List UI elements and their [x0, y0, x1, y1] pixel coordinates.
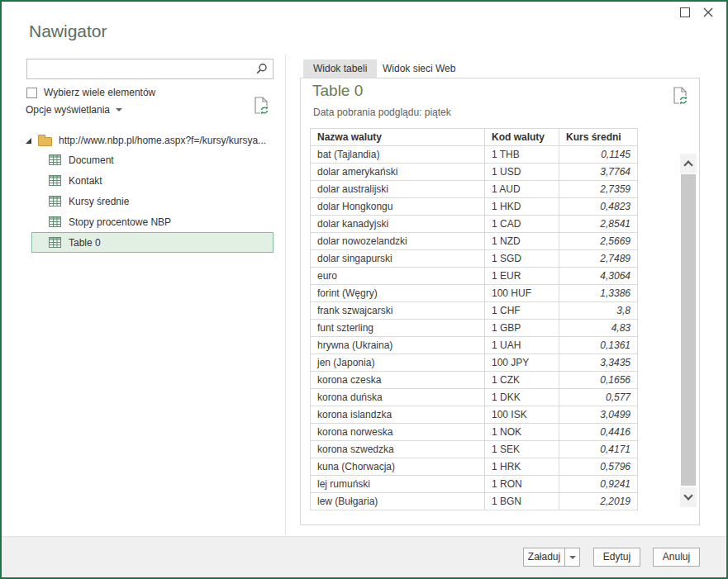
scrollbar-thumb[interactable]	[681, 174, 696, 486]
column-header-currency-code: Kod waluty	[485, 129, 559, 146]
refresh-preview-icon[interactable]	[253, 96, 269, 119]
display-options-dropdown[interactable]: Opcje wyświetlania	[26, 104, 122, 116]
table-row[interactable]: lej rumuński 1 RON 0,9241	[311, 476, 638, 493]
chevron-down-icon	[116, 108, 122, 112]
tree-item[interactable]: Kontakt	[31, 170, 274, 191]
table-icon	[49, 154, 61, 165]
preview-title: Table 0	[312, 82, 363, 100]
cell-currency-name: euro	[311, 268, 485, 285]
tree-root-label: http://www.nbp.pl/home.aspx?f=/kursy/kur…	[59, 135, 266, 146]
select-multiple-label: Wybierz wiele elementów	[44, 87, 155, 98]
tree-item[interactable]: Stopy procentowe NBP	[31, 211, 274, 232]
cell-currency-name: dolar nowozelandzki	[311, 233, 485, 250]
table-row[interactable]: korona islandzka 100 ISK 3,0499	[311, 406, 638, 424]
chevron-down-icon	[569, 556, 576, 559]
panel-divider	[285, 55, 286, 534]
table-row[interactable]: kuna (Chorwacja) 1 HRK 0,5796	[311, 458, 638, 476]
folder-icon	[38, 137, 52, 146]
cancel-button[interactable]: Anuluj	[653, 548, 700, 567]
cell-currency-code: 1 HKD	[485, 198, 559, 216]
load-dropdown-button[interactable]	[564, 548, 580, 567]
cell-currency-code: 1 NOK	[485, 424, 559, 441]
close-button[interactable]	[702, 7, 714, 21]
cell-exchange-rate: 0,577	[559, 389, 638, 406]
preview-subtitle: Data pobrania podglądu: piątek	[313, 107, 451, 118]
table-icon	[49, 196, 61, 206]
footer-bar: Załaduj Edytuj Anuluj	[2, 536, 726, 577]
table-icon	[49, 175, 61, 186]
tree-item[interactable]: Table 0	[31, 232, 274, 253]
navigator-dialog: Nawigator Wybierz wiele elementów Opcje …	[0, 0, 728, 579]
search-input[interactable]	[27, 59, 255, 78]
cell-currency-name: korona czeska	[311, 372, 485, 389]
table-row[interactable]: korona czeska 1 CZK 0,1656	[311, 372, 638, 389]
table-row[interactable]: hrywna (Ukraina) 1 UAH 0,1361	[311, 337, 638, 354]
cell-exchange-rate: 2,7489	[559, 250, 638, 268]
table-row[interactable]: funt szterling 1 GBP 4,83	[311, 320, 638, 337]
table-row[interactable]: korona szwedzka 1 SEK 0,4171	[311, 441, 638, 458]
tab-table-view[interactable]: Widok tabeli	[303, 59, 377, 78]
cell-exchange-rate: 2,5669	[559, 233, 638, 250]
table-row[interactable]: dolar Hongkongu 1 HKD 0,4823	[311, 198, 638, 216]
cell-exchange-rate: 3,0499	[559, 406, 638, 424]
tree-item[interactable]: Document	[31, 149, 274, 170]
cell-exchange-rate: 0,4823	[559, 198, 638, 216]
table-row[interactable]: dolar nowozelandzki 1 NZD 2,5669	[311, 233, 638, 250]
tree-item-label: Stopy procentowe NBP	[69, 216, 171, 228]
cell-currency-name: dolar singapurski	[311, 250, 485, 268]
preview-panel: Table 0 Data pobrania podglądu: piątek N…	[300, 78, 700, 525]
tree-item-label: Kursy średnie	[69, 196, 129, 207]
table-row[interactable]: dolar kanadyjski 1 CAD 2,8541	[311, 216, 638, 233]
maximize-button[interactable]	[680, 7, 690, 17]
cell-currency-code: 1 GBP	[485, 320, 559, 337]
cell-exchange-rate: 0,5796	[559, 458, 638, 476]
cell-exchange-rate: 3,7764	[559, 164, 638, 181]
cell-currency-code: 1 RON	[485, 476, 559, 493]
refresh-preview-icon[interactable]	[672, 86, 688, 109]
cell-currency-name: funt szterling	[311, 320, 485, 337]
scroll-up-button[interactable]	[680, 154, 697, 173]
table-row[interactable]: jen (Japonia) 100 JPY 3,3435	[311, 354, 638, 372]
cell-currency-code: 1 CZK	[485, 372, 559, 389]
edit-button[interactable]: Edytuj	[593, 548, 640, 567]
tree-item[interactable]: Kursy średnie	[31, 191, 274, 211]
load-button[interactable]: Załaduj	[523, 548, 565, 567]
cell-currency-code: 1 NZD	[485, 233, 559, 250]
table-row[interactable]: forint (Węgry) 100 HUF 1,3386	[311, 285, 638, 302]
scroll-down-button[interactable]	[680, 487, 697, 507]
table-header-row: Nazwa waluty Kod waluty Kurs średni	[311, 129, 638, 146]
cell-currency-name: lew (Bułgaria)	[311, 493, 485, 510]
select-multiple-checkbox[interactable]	[26, 88, 37, 98]
table-row[interactable]: bat (Tajlandia) 1 THB 0,1145	[311, 146, 638, 164]
display-options-label: Opcje wyświetlania	[26, 104, 110, 116]
cell-exchange-rate: 3,8	[559, 302, 638, 320]
preview-table-body: bat (Tajlandia) 1 THB 0,1145 dolar amery…	[311, 146, 638, 510]
table-row[interactable]: lew (Bułgaria) 1 BGN 2,2019	[311, 493, 638, 510]
table-row[interactable]: korona duńska 1 DKK 0,577	[311, 389, 638, 406]
search-icon[interactable]	[255, 63, 268, 78]
tab-web-view[interactable]: Widok sieci Web	[373, 59, 465, 78]
tree-root-node[interactable]: http://www.nbp.pl/home.aspx?f=/kursy/kur…	[26, 131, 266, 150]
cell-exchange-rate: 4,3064	[559, 268, 638, 285]
cell-exchange-rate: 0,9241	[559, 476, 638, 493]
table-row[interactable]: frank szwajcarski 1 CHF 3,8	[311, 302, 638, 320]
table-row[interactable]: korona norweska 1 NOK 0,4416	[311, 424, 638, 441]
cell-currency-name: forint (Węgry)	[311, 285, 485, 302]
table-row[interactable]: dolar australijski 1 AUD 2,7359	[311, 181, 638, 198]
cell-currency-code: 100 JPY	[485, 354, 559, 372]
cell-currency-code: 1 AUD	[485, 181, 559, 198]
table-row[interactable]: dolar amerykański 1 USD 3,7764	[311, 164, 638, 181]
table-row[interactable]: euro 1 EUR 4,3064	[311, 268, 638, 285]
table-row[interactable]: dolar singapurski 1 SGD 2,7489	[311, 250, 638, 268]
cell-exchange-rate: 0,1145	[559, 146, 638, 164]
preview-table: Nazwa waluty Kod waluty Kurs średni bat …	[310, 128, 638, 510]
expand-collapse-icon[interactable]	[26, 138, 31, 144]
cell-currency-name: jen (Japonia)	[311, 354, 485, 372]
tree-item-label: Kontakt	[69, 175, 102, 187]
cell-currency-name: dolar kanadyjski	[311, 216, 485, 233]
cell-currency-name: bat (Tajlandia)	[311, 146, 485, 164]
cell-currency-name: dolar Hongkongu	[311, 198, 485, 216]
cell-currency-name: lej rumuński	[311, 476, 485, 493]
vertical-scrollbar[interactable]	[680, 154, 697, 507]
cell-exchange-rate: 0,1361	[559, 337, 638, 354]
